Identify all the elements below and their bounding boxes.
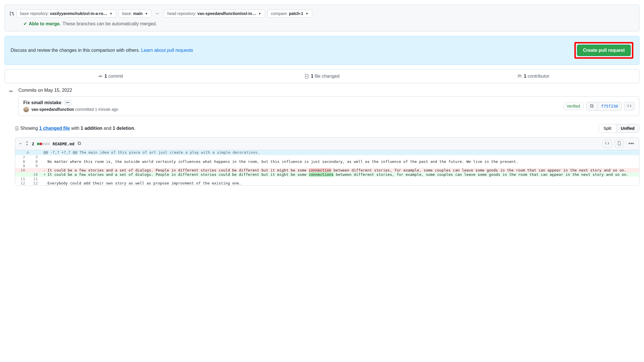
diff-line: 9 9 [15, 164, 639, 168]
view-file-button[interactable] [615, 140, 624, 148]
commit-sha-group: f75f230 [586, 102, 622, 111]
learn-pr-link[interactable]: Learn about pull requests [141, 48, 193, 53]
file-name[interactable]: README.md [53, 142, 75, 146]
diff-line: 12 12 Everybody could add their own stor… [15, 181, 639, 185]
merge-status: ✔ Able to merge. These branches can be a… [9, 21, 635, 26]
expand-up-button[interactable] [15, 150, 41, 155]
file-diff-icon [304, 74, 309, 79]
code-icon [605, 141, 609, 145]
git-compare-icon [9, 11, 14, 16]
svg-point-3 [518, 75, 519, 76]
chevron-down-icon[interactable] [19, 142, 22, 146]
base-branch-selector[interactable]: base: main ▼ [119, 9, 152, 18]
check-icon: ✔ [23, 21, 27, 26]
copy-icon [590, 104, 594, 108]
commit-row: Fix small mistake ••• vas-speedandfuncti… [18, 96, 639, 116]
compare-branch-selector[interactable]: compare: patch-1 ▼ [267, 9, 312, 18]
commit-sha-link[interactable]: f75f230 [597, 102, 622, 110]
diffstat [37, 143, 50, 145]
commit-expand-button[interactable]: ••• [64, 100, 72, 105]
chevron-down-icon: ▼ [258, 12, 261, 15]
unified-view-button[interactable]: Unified [616, 124, 639, 132]
svg-point-4 [520, 75, 521, 76]
avatar[interactable] [23, 106, 29, 112]
people-icon [517, 74, 522, 79]
changed-files-link[interactable]: 1 changed file [39, 126, 70, 131]
verified-badge[interactable]: Verified [563, 102, 584, 110]
split-view-button[interactable]: Split [599, 124, 616, 132]
commit-icon [98, 74, 103, 79]
code-icon [627, 104, 631, 108]
commits-date-header: Commits on May 15, 2022 [5, 88, 639, 93]
stat-contributors[interactable]: 1 contributor [428, 70, 639, 83]
commit-author[interactable]: vas-speedandfunction [31, 107, 74, 112]
head-repo-selector[interactable]: head repository: vas-speedandfunction/os… [164, 9, 265, 18]
commit-time: committed 1 minute ago [74, 107, 118, 112]
merge-able-label: Able to merge. [29, 21, 61, 26]
commit-title[interactable]: Fix small mistake [23, 100, 62, 105]
diff-view-toggle: Split Unified [599, 124, 639, 133]
svg-point-5 [10, 91, 12, 92]
file-diff: 2 README.md ••• @@ -7,7 +7,7 @@ The main… [15, 137, 639, 186]
diff-line: 7 7 [15, 155, 639, 159]
file-change-count: 2 [32, 142, 34, 146]
copy-icon [77, 141, 81, 145]
browse-code-button[interactable] [624, 102, 635, 111]
diff-summary-text: Showing 1 changed file with 1 addition a… [15, 126, 136, 131]
base-repo-selector[interactable]: base repository: vasilyyaremchuk/osl-in-… [16, 9, 116, 18]
copy-sha-button[interactable] [586, 102, 597, 110]
hunk-row: @@ -7,7 +7,7 @@ The main idea of this pi… [15, 150, 639, 155]
copy-path-button[interactable] [77, 141, 81, 146]
chevron-down-icon: ▼ [145, 12, 148, 15]
commit-icon [9, 89, 13, 94]
stat-commits[interactable]: 1 commit [5, 70, 216, 83]
diff-line-addition: 10 +It could be a few stories and a set … [15, 172, 639, 177]
chevron-down-icon: ▼ [110, 12, 113, 15]
stat-files[interactable]: 1 file changed [216, 70, 428, 83]
diff-line: 8 8 No matter where this room is, the ou… [15, 159, 639, 164]
chevron-down-icon: ▼ [306, 12, 308, 15]
svg-point-0 [100, 76, 101, 77]
view-source-button[interactable] [603, 140, 612, 148]
create-pull-request-button[interactable]: Create pull request [577, 45, 631, 56]
file-menu-button[interactable]: ••• [627, 141, 636, 147]
hunk-header: @@ -7,7 +7,7 @@ The main idea of this pi… [41, 150, 639, 155]
create-pr-highlight: Create pull request [574, 42, 633, 59]
file-icon [617, 141, 621, 145]
diff-table: @@ -7,7 +7,7 @@ The main idea of this pi… [15, 150, 639, 185]
expand-all-icon[interactable] [25, 141, 29, 146]
diff-line: 11 11 [15, 177, 639, 181]
merge-desc: These branches can be automatically merg… [62, 21, 157, 26]
diff-stats: 1 commit 1 file changed 1 contributor [5, 69, 639, 83]
file-diff-icon [15, 126, 19, 130]
diff-line-deletion: 10 -It could be a few stories and a set … [15, 168, 639, 172]
unfold-icon [26, 150, 30, 154]
compare-panel: base repository: vasilyyaremchuk/osl-in-… [5, 5, 639, 31]
arrow-left-icon: ← [154, 11, 161, 17]
discuss-banner: Discuss and review the changes in this c… [5, 36, 639, 65]
discuss-text: Discuss and review the changes in this c… [11, 48, 141, 53]
